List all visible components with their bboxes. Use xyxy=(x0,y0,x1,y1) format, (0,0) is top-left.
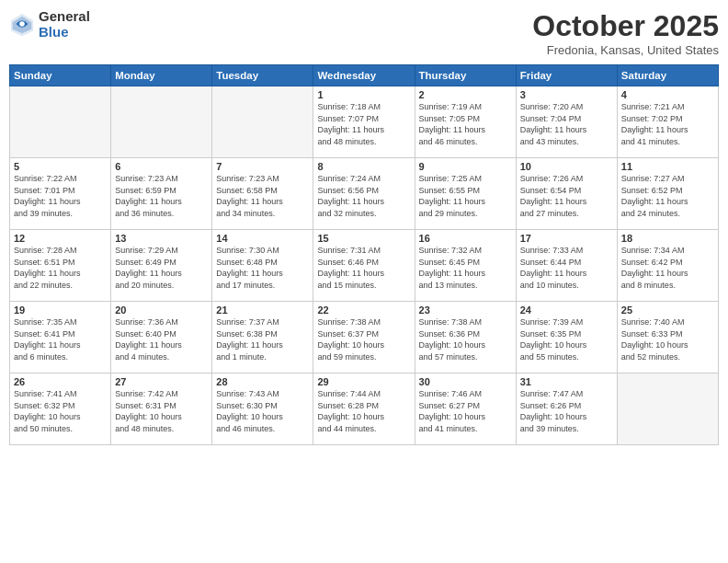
col-tuesday: Tuesday xyxy=(212,65,313,86)
day-number: 31 xyxy=(520,376,613,387)
calendar-cell: 8Sunrise: 7:24 AM Sunset: 6:56 PM Daylig… xyxy=(313,158,415,230)
calendar-cell: 23Sunrise: 7:38 AM Sunset: 6:36 PM Dayli… xyxy=(415,302,516,373)
page: General Blue October 2025 Fredonia, Kans… xyxy=(0,0,728,563)
calendar-cell: 19Sunrise: 7:35 AM Sunset: 6:41 PM Dayli… xyxy=(10,302,111,373)
logo-general-text: General xyxy=(39,9,90,25)
calendar-cell: 26Sunrise: 7:41 AM Sunset: 6:32 PM Dayli… xyxy=(10,373,111,445)
day-number: 27 xyxy=(115,376,208,387)
calendar-cell: 7Sunrise: 7:23 AM Sunset: 6:58 PM Daylig… xyxy=(212,158,313,230)
calendar-cell xyxy=(111,86,212,158)
logo: General Blue xyxy=(9,9,90,40)
day-info: Sunrise: 7:42 AM Sunset: 6:31 PM Dayligh… xyxy=(115,388,208,434)
day-number: 12 xyxy=(14,233,107,244)
calendar-week-row: 26Sunrise: 7:41 AM Sunset: 6:32 PM Dayli… xyxy=(10,373,719,445)
day-info: Sunrise: 7:28 AM Sunset: 6:51 PM Dayligh… xyxy=(14,245,107,291)
day-number: 17 xyxy=(520,233,613,244)
calendar-cell: 31Sunrise: 7:47 AM Sunset: 6:26 PM Dayli… xyxy=(516,373,617,445)
calendar-cell xyxy=(617,373,718,445)
calendar-cell: 4Sunrise: 7:21 AM Sunset: 7:02 PM Daylig… xyxy=(617,86,718,158)
day-info: Sunrise: 7:19 AM Sunset: 7:05 PM Dayligh… xyxy=(419,101,512,147)
day-number: 21 xyxy=(216,304,309,316)
day-number: 7 xyxy=(216,161,309,172)
day-number: 22 xyxy=(317,304,410,316)
day-number: 29 xyxy=(317,376,410,387)
day-info: Sunrise: 7:38 AM Sunset: 6:37 PM Dayligh… xyxy=(317,316,410,362)
calendar-cell: 25Sunrise: 7:40 AM Sunset: 6:33 PM Dayli… xyxy=(617,302,718,373)
day-info: Sunrise: 7:36 AM Sunset: 6:40 PM Dayligh… xyxy=(115,316,208,362)
calendar-cell: 5Sunrise: 7:22 AM Sunset: 7:01 PM Daylig… xyxy=(10,158,111,230)
day-number: 18 xyxy=(621,233,714,244)
calendar-cell: 12Sunrise: 7:28 AM Sunset: 6:51 PM Dayli… xyxy=(10,230,111,302)
day-number: 24 xyxy=(520,304,613,316)
calendar-cell: 24Sunrise: 7:39 AM Sunset: 6:35 PM Dayli… xyxy=(516,302,617,373)
day-number: 13 xyxy=(115,233,208,244)
day-info: Sunrise: 7:43 AM Sunset: 6:30 PM Dayligh… xyxy=(216,388,309,434)
calendar-cell: 22Sunrise: 7:38 AM Sunset: 6:37 PM Dayli… xyxy=(313,302,415,373)
day-number: 23 xyxy=(419,304,512,316)
day-info: Sunrise: 7:20 AM Sunset: 7:04 PM Dayligh… xyxy=(520,101,613,147)
day-info: Sunrise: 7:22 AM Sunset: 7:01 PM Dayligh… xyxy=(14,173,107,219)
day-number: 26 xyxy=(14,376,107,387)
day-info: Sunrise: 7:34 AM Sunset: 6:42 PM Dayligh… xyxy=(621,245,714,291)
day-number: 28 xyxy=(216,376,309,387)
day-number: 9 xyxy=(419,161,512,172)
day-number: 5 xyxy=(14,161,107,172)
day-number: 15 xyxy=(317,233,410,244)
day-info: Sunrise: 7:40 AM Sunset: 6:33 PM Dayligh… xyxy=(621,316,714,362)
day-number: 2 xyxy=(419,89,512,100)
day-info: Sunrise: 7:37 AM Sunset: 6:38 PM Dayligh… xyxy=(216,316,309,362)
calendar-cell: 27Sunrise: 7:42 AM Sunset: 6:31 PM Dayli… xyxy=(111,373,212,445)
calendar-cell: 14Sunrise: 7:30 AM Sunset: 6:48 PM Dayli… xyxy=(212,230,313,302)
day-info: Sunrise: 7:31 AM Sunset: 6:46 PM Dayligh… xyxy=(317,245,410,291)
calendar-cell: 2Sunrise: 7:19 AM Sunset: 7:05 PM Daylig… xyxy=(415,86,516,158)
day-number: 14 xyxy=(216,233,309,244)
calendar-week-row: 19Sunrise: 7:35 AM Sunset: 6:41 PM Dayli… xyxy=(10,302,719,373)
day-info: Sunrise: 7:33 AM Sunset: 6:44 PM Dayligh… xyxy=(520,245,613,291)
day-number: 3 xyxy=(520,89,613,100)
calendar-week-row: 12Sunrise: 7:28 AM Sunset: 6:51 PM Dayli… xyxy=(10,230,719,302)
day-number: 8 xyxy=(317,161,410,172)
day-number: 1 xyxy=(317,89,410,100)
logo-text: General Blue xyxy=(39,9,90,40)
day-info: Sunrise: 7:38 AM Sunset: 6:36 PM Dayligh… xyxy=(419,316,512,362)
month-title: October 2025 xyxy=(532,9,719,43)
day-number: 4 xyxy=(621,89,714,100)
day-number: 10 xyxy=(520,161,613,172)
calendar-week-row: 5Sunrise: 7:22 AM Sunset: 7:01 PM Daylig… xyxy=(10,158,719,230)
day-info: Sunrise: 7:21 AM Sunset: 7:02 PM Dayligh… xyxy=(621,101,714,147)
calendar-header-row: Sunday Monday Tuesday Wednesday Thursday… xyxy=(10,65,719,86)
calendar-cell: 3Sunrise: 7:20 AM Sunset: 7:04 PM Daylig… xyxy=(516,86,617,158)
day-info: Sunrise: 7:39 AM Sunset: 6:35 PM Dayligh… xyxy=(520,316,613,362)
location: Fredonia, Kansas, United States xyxy=(532,43,719,57)
day-info: Sunrise: 7:18 AM Sunset: 7:07 PM Dayligh… xyxy=(317,101,410,147)
col-saturday: Saturday xyxy=(617,65,718,86)
day-info: Sunrise: 7:24 AM Sunset: 6:56 PM Dayligh… xyxy=(317,173,410,219)
calendar-week-row: 1Sunrise: 7:18 AM Sunset: 7:07 PM Daylig… xyxy=(10,86,719,158)
calendar-cell: 10Sunrise: 7:26 AM Sunset: 6:54 PM Dayli… xyxy=(516,158,617,230)
calendar-cell: 16Sunrise: 7:32 AM Sunset: 6:45 PM Dayli… xyxy=(415,230,516,302)
calendar-cell: 17Sunrise: 7:33 AM Sunset: 6:44 PM Dayli… xyxy=(516,230,617,302)
day-number: 30 xyxy=(419,376,512,387)
calendar-cell: 29Sunrise: 7:44 AM Sunset: 6:28 PM Dayli… xyxy=(313,373,415,445)
day-info: Sunrise: 7:35 AM Sunset: 6:41 PM Dayligh… xyxy=(14,316,107,362)
day-info: Sunrise: 7:46 AM Sunset: 6:27 PM Dayligh… xyxy=(419,388,512,434)
day-number: 25 xyxy=(621,304,714,316)
calendar-cell: 15Sunrise: 7:31 AM Sunset: 6:46 PM Dayli… xyxy=(313,230,415,302)
calendar-cell: 30Sunrise: 7:46 AM Sunset: 6:27 PM Dayli… xyxy=(415,373,516,445)
calendar-table: Sunday Monday Tuesday Wednesday Thursday… xyxy=(9,64,719,445)
day-number: 20 xyxy=(115,304,208,316)
col-thursday: Thursday xyxy=(415,65,516,86)
day-number: 19 xyxy=(14,304,107,316)
calendar-cell: 13Sunrise: 7:29 AM Sunset: 6:49 PM Dayli… xyxy=(111,230,212,302)
day-number: 6 xyxy=(115,161,208,172)
day-info: Sunrise: 7:44 AM Sunset: 6:28 PM Dayligh… xyxy=(317,388,410,434)
header: General Blue October 2025 Fredonia, Kans… xyxy=(9,9,719,57)
day-number: 16 xyxy=(419,233,512,244)
day-info: Sunrise: 7:26 AM Sunset: 6:54 PM Dayligh… xyxy=(520,173,613,219)
day-info: Sunrise: 7:25 AM Sunset: 6:55 PM Dayligh… xyxy=(419,173,512,219)
calendar-cell xyxy=(212,86,313,158)
svg-point-2 xyxy=(19,21,25,27)
col-friday: Friday xyxy=(516,65,617,86)
calendar-cell: 18Sunrise: 7:34 AM Sunset: 6:42 PM Dayli… xyxy=(617,230,718,302)
col-monday: Monday xyxy=(111,65,212,86)
